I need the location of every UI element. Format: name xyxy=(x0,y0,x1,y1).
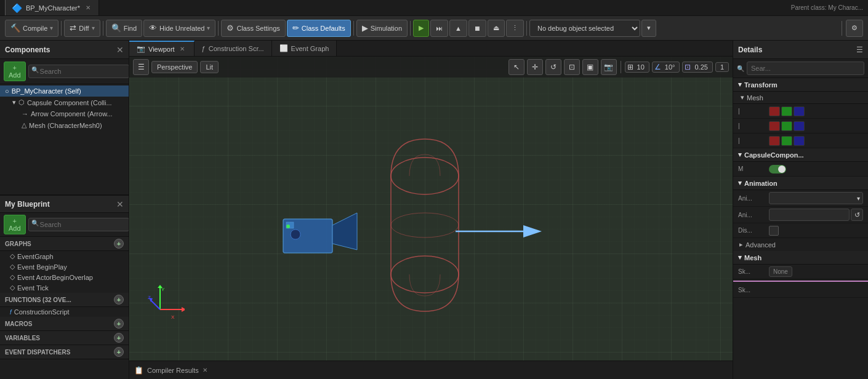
ani-dropdown-2[interactable] xyxy=(769,209,850,221)
select-mode-button[interactable]: ↖ xyxy=(508,59,524,75)
ani-prop-row-1: Ani... ▾ xyxy=(733,190,868,207)
color-swatch-2 xyxy=(769,121,805,131)
tab-viewport[interactable]: 📷 Viewport ✕ xyxy=(129,41,195,56)
macros-category[interactable]: MACROS + xyxy=(0,317,129,331)
simulation-button[interactable]: ▶ Simulation xyxy=(356,20,408,37)
class-settings-button[interactable]: ⚙ Class Settings xyxy=(221,20,285,37)
list-item[interactable]: ◇ EventGraph xyxy=(0,251,129,261)
list-item[interactable]: ◇ Event Tick xyxy=(0,282,129,293)
hide-unrelated-label: Hide Unrelated xyxy=(159,25,204,32)
perspective-button[interactable]: Perspective xyxy=(151,61,198,73)
capsule-toggle[interactable] xyxy=(769,165,786,174)
compile-icon: 🔨 xyxy=(10,23,20,33)
list-item[interactable]: ▾ ⬡ Capsule Component (Colli... xyxy=(0,97,129,108)
event-dispatchers-label: EVENT DISPATCHERS xyxy=(5,349,70,356)
add-component-button[interactable]: + Add xyxy=(4,62,26,81)
layer-value: 1 xyxy=(718,63,726,71)
main-layout: Components ✕ + Add 🔍 ○ BP_MyCharacter (S… xyxy=(0,41,868,379)
file-tab-label: BP_MyCharacter* xyxy=(26,4,80,12)
surface-button[interactable]: ▣ xyxy=(582,59,598,75)
event-dispatchers-category[interactable]: EVENT DISPATCHERS + xyxy=(0,345,129,359)
components-close-button[interactable]: ✕ xyxy=(116,45,124,55)
color-swatch-1 xyxy=(769,106,805,116)
class-settings-label: Class Settings xyxy=(236,25,279,32)
list-item[interactable]: △ Mesh (CharacterMesh0) xyxy=(0,119,129,131)
compile-dropdown-icon: ▾ xyxy=(50,25,53,31)
ani-prop-label-1: Ani... xyxy=(738,195,769,202)
file-tab-close[interactable]: ✕ xyxy=(84,4,92,12)
class-defaults-button[interactable]: ✏ Class Defaults xyxy=(287,20,351,37)
svg-marker-13 xyxy=(182,307,185,312)
construction-tab-label: Construction Scr... xyxy=(209,45,264,52)
list-item[interactable]: ◇ Event ActorBeginOverlap xyxy=(0,272,129,282)
rotate-button[interactable]: ↺ xyxy=(545,59,561,75)
capsule-section[interactable]: ▾ CapsuleCompon... xyxy=(733,148,868,162)
list-item[interactable]: → Arrow Component (Arrow... xyxy=(0,108,129,119)
debug-object-select[interactable]: No debug object selected xyxy=(529,20,640,37)
viewport-tab-close[interactable]: ✕ xyxy=(178,45,187,53)
lit-button[interactable]: Lit xyxy=(200,61,219,73)
graphs-category[interactable]: GRAPHS + xyxy=(0,237,129,251)
more-button[interactable]: ⋮ xyxy=(506,20,524,37)
animation-section[interactable]: ▾ Animation xyxy=(733,177,868,190)
eject-button[interactable]: ⏏ xyxy=(488,20,505,37)
mesh-section[interactable]: ▾ Mesh xyxy=(733,92,868,104)
layer-group: 1 xyxy=(715,62,729,72)
details-list-view-button[interactable]: ☰ xyxy=(856,46,863,54)
viewport-area[interactable]: ☰ Perspective Lit ↖ ✛ ↺ ⊡ ▣ 📷 ⊞ 10 xyxy=(129,57,733,361)
debug-dropdown-button[interactable]: ▾ xyxy=(641,20,656,37)
capsule-label: CapsuleCompon... xyxy=(744,151,804,159)
file-tab[interactable]: 🔷 BP_MyCharacter* ✕ xyxy=(5,0,99,15)
diff-button[interactable]: ⇄ Diff ▾ xyxy=(64,20,100,37)
scale-button[interactable]: ⊡ xyxy=(564,59,580,75)
add-graph-button[interactable]: + xyxy=(114,239,124,249)
diff-icon: ⇄ xyxy=(70,23,76,33)
components-title: Components xyxy=(5,46,50,54)
blueprint-search-input[interactable] xyxy=(28,218,129,231)
add-macro-button[interactable]: + xyxy=(114,319,124,329)
details-title: Details xyxy=(738,46,762,54)
play-button[interactable]: ▶ xyxy=(413,20,429,37)
tab-event-graph[interactable]: ⬜ Event Graph xyxy=(272,41,337,56)
pause-button[interactable]: ▲ xyxy=(449,20,467,37)
step-button[interactable]: ⏭ xyxy=(430,20,448,37)
tab-construction-script[interactable]: ƒ Construction Scr... xyxy=(195,41,272,56)
functions-category[interactable]: FUNCTIONS (32 OVE... + xyxy=(0,293,129,307)
diff-dropdown-icon: ▾ xyxy=(92,25,95,31)
variables-category[interactable]: VARIABLES + xyxy=(0,331,129,345)
functions-label: FUNCTIONS (32 OVE... xyxy=(5,297,71,303)
stop-button[interactable]: ⏹ xyxy=(468,20,486,37)
components-search-input[interactable] xyxy=(28,65,129,78)
hamburger-button[interactable]: ☰ xyxy=(133,59,149,75)
add-variable-button[interactable]: + xyxy=(114,333,124,343)
svg-line-16 xyxy=(151,300,160,309)
translate-button[interactable]: ✛ xyxy=(527,59,543,75)
transform-section[interactable]: ▾ Transform xyxy=(733,78,868,92)
add-blueprint-button[interactable]: + Add xyxy=(4,215,26,234)
component-label: Mesh (CharacterMesh0) xyxy=(29,122,102,129)
swatch-g-1 xyxy=(781,106,792,116)
camera-button[interactable]: 📷 xyxy=(601,59,617,75)
ani-dropdown-1[interactable]: ▾ xyxy=(769,192,863,204)
mesh2-section[interactable]: ▾ Mesh xyxy=(733,251,868,265)
add-function-button[interactable]: + xyxy=(114,295,124,305)
compiler-tab-close[interactable]: ✕ xyxy=(203,367,207,373)
advanced-button[interactable]: ▸ Advanced xyxy=(733,238,868,251)
settings-button[interactable]: ⚙ xyxy=(846,20,863,37)
list-item[interactable]: ○ BP_MyCharacter (Self) xyxy=(0,86,129,97)
ani-refresh-button[interactable]: ↺ xyxy=(851,209,863,221)
list-item[interactable]: f ConstructionScript xyxy=(0,307,129,317)
ani-prop-label-2: Ani... xyxy=(738,212,769,218)
blueprint-close-button[interactable]: ✕ xyxy=(116,199,124,209)
component-label: BP_MyCharacter (Self) xyxy=(12,87,81,95)
dis-checkbox[interactable] xyxy=(769,226,779,236)
compile-button[interactable]: 🔨 Compile ▾ xyxy=(5,20,58,37)
add-dispatcher-button[interactable]: + xyxy=(114,347,124,357)
begin-overlap-icon: ◇ xyxy=(10,273,15,281)
find-button[interactable]: 🔍 Find xyxy=(106,20,142,37)
mesh-sub-label: Mesh xyxy=(747,94,763,102)
list-item[interactable]: ◇ Event BeginPlay xyxy=(0,261,129,272)
details-search-input[interactable] xyxy=(747,62,864,75)
hide-unrelated-button[interactable]: 👁 Hide Unrelated ▾ xyxy=(143,20,215,37)
swatch-r-1 xyxy=(769,106,780,116)
